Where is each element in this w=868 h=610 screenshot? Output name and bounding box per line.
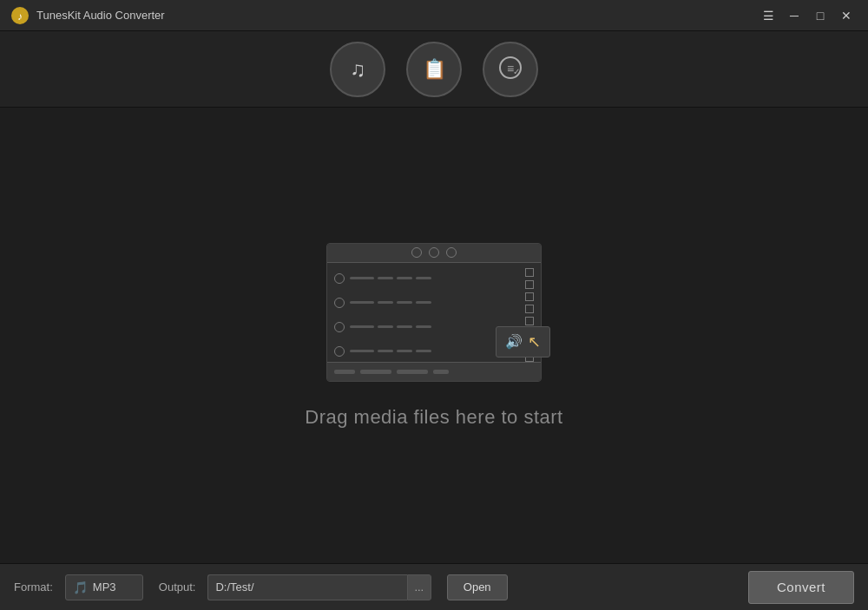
output-browse-button[interactable]: ...	[407, 574, 431, 600]
illus-titlebar	[327, 244, 541, 263]
minimize-btn[interactable]: ─	[783, 7, 806, 24]
illus-sound-popup: 🔊 ↖	[496, 326, 550, 357]
illus-row-circle	[334, 322, 345, 332]
illus-checkboxes	[525, 292, 534, 313]
illustration-window	[326, 243, 542, 382]
music-tab-btn[interactable]: ♫	[330, 42, 385, 97]
app-title: TunesKit Audio Converter	[36, 9, 757, 22]
illus-row-circle	[334, 346, 345, 357]
drag-drop-label: Drag media files here to start	[305, 406, 562, 429]
format-value: MP3	[93, 580, 116, 594]
illus-row-1	[334, 268, 534, 289]
settings-window-btn[interactable]: ☰	[757, 7, 779, 24]
window-controls: ☰ ─ □ ✕	[757, 7, 858, 24]
output-label: Output:	[159, 580, 196, 594]
illus-row-circle	[334, 298, 345, 308]
add-files-btn[interactable]: 📋	[406, 42, 462, 97]
format-selector[interactable]: 🎵 MP3	[65, 574, 143, 600]
convert-tab-icon: ≡ ✓	[498, 56, 523, 83]
svg-text:✓: ✓	[513, 67, 520, 76]
close-btn[interactable]: ✕	[835, 7, 858, 24]
illus-row-lines	[350, 350, 520, 352]
main-content: 🔊 ↖ Drag media files here to start	[0, 108, 868, 563]
convert-tab-btn[interactable]: ≡ ✓	[483, 42, 538, 97]
toolbar: ♫ 📋 ≡ ✓	[0, 31, 868, 108]
restore-btn[interactable]: □	[809, 7, 832, 24]
illus-dot-2	[429, 247, 439, 258]
illus-row-lines	[350, 277, 520, 279]
illus-row-2	[334, 292, 534, 313]
illus-dot-1	[411, 247, 422, 258]
cursor-icon: ↖	[528, 332, 541, 351]
app-logo-icon: ♪	[10, 6, 30, 25]
browse-dots-label: ...	[414, 580, 424, 594]
sound-icon: 🔊	[505, 333, 523, 350]
open-button[interactable]: Open	[447, 574, 508, 600]
illus-row-circle	[334, 273, 345, 284]
format-music-icon: 🎵	[73, 580, 88, 594]
illus-bottom-bar	[327, 362, 541, 381]
illus-row-lines	[350, 325, 520, 328]
add-files-icon: 📋	[423, 58, 446, 81]
music-tab-icon: ♫	[350, 57, 365, 82]
convert-button[interactable]: Convert	[748, 571, 854, 604]
illus-checkboxes	[525, 268, 534, 289]
drop-illustration: 🔊 ↖	[326, 243, 542, 382]
bottom-bar: Format: 🎵 MP3 Output: ... Open Convert	[0, 563, 868, 610]
output-path-input[interactable]	[207, 574, 406, 600]
illus-row-lines	[350, 301, 520, 304]
format-label: Format:	[14, 580, 53, 594]
output-path-container: ...	[207, 574, 431, 600]
svg-text:♪: ♪	[17, 10, 23, 23]
illus-dot-3	[446, 247, 457, 258]
title-bar: ♪ TunesKit Audio Converter ☰ ─ □ ✕	[0, 0, 868, 31]
